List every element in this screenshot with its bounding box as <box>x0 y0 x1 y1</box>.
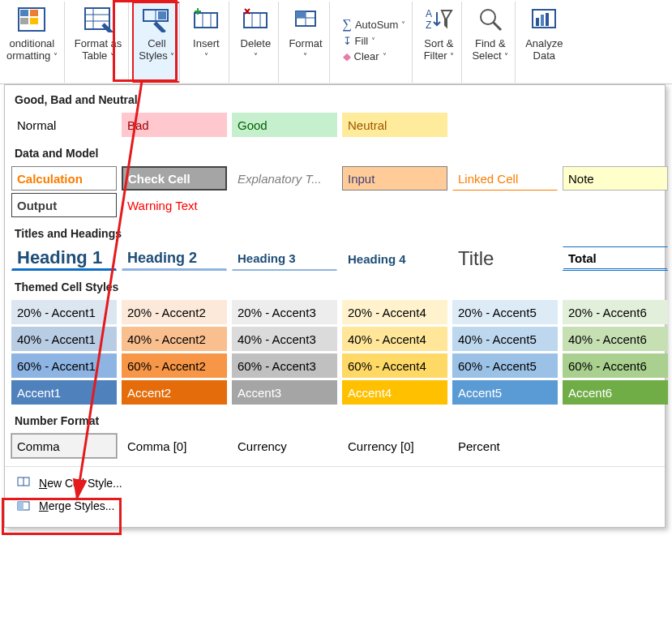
svg-rect-21 <box>296 11 306 18</box>
style-accent2[interactable]: Accent2 <box>122 380 227 405</box>
style-explanatory[interactable]: Explanatory T... <box>232 166 337 191</box>
conditional-formatting-icon <box>15 3 48 36</box>
cell-styles-gallery: Good, Bad and Neutral Normal Bad Good Ne… <box>4 84 666 528</box>
editing-group: ∑ AutoSum ˅ ↧ Fill ˅ ◆ Clear ˅ <box>333 2 413 83</box>
style-60-accent2[interactable]: 60% - Accent2 <box>122 353 227 378</box>
style-currency[interactable]: Currency <box>232 434 337 458</box>
style-accent4[interactable]: Accent4 <box>342 380 447 405</box>
style-20-accent1[interactable]: 20% - Accent1 <box>11 300 117 324</box>
conditional-formatting-button[interactable]: onditionalormatting ˅ <box>0 2 65 83</box>
style-neutral[interactable]: Neutral <box>342 113 447 137</box>
style-title[interactable]: Title <box>452 246 558 271</box>
style-20-accent6[interactable]: 20% - Accent6 <box>563 300 668 324</box>
fill-button[interactable]: ↧ Fill ˅ <box>343 35 406 47</box>
cell-styles-button[interactable]: CellStyles ˅ <box>132 2 180 83</box>
ribbon-bar: onditionalormatting ˅ Format asTable ˅ C… <box>0 0 672 84</box>
svg-rect-29 <box>546 13 549 26</box>
style-calculation[interactable]: Calculation <box>11 166 117 191</box>
section-good-bad-neutral: Good, Bad and Neutral <box>5 85 665 111</box>
autosum-button[interactable]: ∑ AutoSum ˅ <box>343 17 406 32</box>
style-20-accent4[interactable]: 20% - Accent4 <box>342 300 447 324</box>
format-icon <box>289 3 322 36</box>
svg-rect-12 <box>195 13 217 28</box>
style-bad[interactable]: Bad <box>122 113 227 137</box>
style-heading3[interactable]: Heading 3 <box>232 246 337 271</box>
svg-rect-33 <box>18 502 24 510</box>
sort-filter-icon: AZ <box>422 3 455 36</box>
style-60-accent4[interactable]: 60% - Accent4 <box>342 353 447 378</box>
new-cell-style-menuitem[interactable]: NNew Cell Style...ew Cell Style... <box>13 472 657 495</box>
style-40-accent3[interactable]: 40% - Accent3 <box>232 327 337 351</box>
insert-icon <box>190 3 222 36</box>
sort-filter-button[interactable]: AZ Sort &Filter ˅ <box>416 2 462 83</box>
find-select-label: Find &Select ˅ <box>472 37 508 62</box>
autosum-icon: ∑ <box>343 17 352 32</box>
format-label: Format˅ <box>289 37 322 62</box>
insert-button[interactable]: Insert˅ <box>183 2 229 83</box>
style-60-accent1[interactable]: 60% - Accent1 <box>11 353 117 378</box>
svg-text:A: A <box>426 8 432 19</box>
style-heading4[interactable]: Heading 4 <box>342 246 447 271</box>
style-good[interactable]: Good <box>232 113 337 137</box>
svg-rect-15 <box>244 13 267 28</box>
style-40-accent2[interactable]: 40% - Accent2 <box>122 327 227 351</box>
section-themed: Themed Cell Styles <box>5 272 665 298</box>
svg-rect-4 <box>30 18 38 24</box>
delete-button[interactable]: Delete˅ <box>233 2 279 83</box>
svg-rect-3 <box>20 18 28 24</box>
svg-rect-2 <box>30 10 38 16</box>
format-as-table-label: Format asTable ˅ <box>75 37 122 62</box>
style-40-accent6[interactable]: 40% - Accent6 <box>563 327 668 351</box>
analyze-data-icon <box>528 3 560 36</box>
style-output[interactable]: Output <box>11 193 117 217</box>
style-heading1[interactable]: Heading 1 <box>11 246 117 271</box>
style-60-accent6[interactable]: 60% - Accent6 <box>563 353 668 378</box>
style-note[interactable]: Note <box>563 166 668 191</box>
format-as-table-button[interactable]: Format asTable ˅ <box>68 2 130 83</box>
svg-rect-11 <box>158 11 166 19</box>
cell-styles-label: CellStyles ˅ <box>139 37 174 62</box>
analyze-data-button[interactable]: AnalyzeData <box>519 2 569 83</box>
clear-label: Clear <box>354 50 379 62</box>
style-check-cell[interactable]: Check Cell <box>122 166 227 191</box>
style-normal[interactable]: Normal <box>11 113 117 137</box>
separator <box>5 466 665 467</box>
analyze-data-label: AnalyzeData <box>525 37 563 62</box>
new-cell-style-icon <box>16 476 31 490</box>
style-currency0[interactable]: Currency [0] <box>342 434 447 458</box>
style-20-accent2[interactable]: 20% - Accent2 <box>122 300 227 324</box>
find-select-button[interactable]: Find &Select ˅ <box>465 2 516 83</box>
style-20-accent3[interactable]: 20% - Accent3 <box>232 300 337 324</box>
merge-styles-menuitem[interactable]: MMerge Styles...erge Styles... <box>13 495 657 517</box>
fill-label: Fill <box>355 35 369 47</box>
svg-line-25 <box>493 22 501 30</box>
style-accent6[interactable]: Accent6 <box>563 380 668 405</box>
svg-rect-28 <box>541 15 544 26</box>
style-accent1[interactable]: Accent1 <box>11 380 117 405</box>
style-heading2[interactable]: Heading 2 <box>122 246 227 271</box>
style-60-accent5[interactable]: 60% - Accent5 <box>452 353 558 378</box>
style-accent3[interactable]: Accent3 <box>232 380 337 405</box>
merge-styles-icon <box>16 499 31 513</box>
style-40-accent4[interactable]: 40% - Accent4 <box>342 327 447 351</box>
style-60-accent3[interactable]: 60% - Accent3 <box>232 353 337 378</box>
section-data-model: Data and Model <box>5 139 665 165</box>
style-accent5[interactable]: Accent5 <box>452 380 558 405</box>
clear-button[interactable]: ◆ Clear ˅ <box>343 50 406 62</box>
style-comma0[interactable]: Comma [0] <box>122 434 227 458</box>
conditional-formatting-label: onditionalormatting ˅ <box>6 37 58 62</box>
autosum-label: AutoSum <box>355 19 398 31</box>
style-20-accent5[interactable]: 20% - Accent5 <box>452 300 558 324</box>
style-warning-text[interactable]: Warning Text <box>122 193 227 217</box>
style-40-accent1[interactable]: 40% - Accent1 <box>11 327 117 351</box>
style-percent[interactable]: Percent <box>452 434 558 458</box>
format-button[interactable]: Format˅ <box>282 2 329 83</box>
style-comma[interactable]: Comma <box>11 434 117 458</box>
delete-label: Delete˅ <box>241 37 272 62</box>
style-total[interactable]: Total <box>563 246 668 271</box>
svg-rect-27 <box>536 18 539 26</box>
style-linked-cell[interactable]: Linked Cell <box>452 166 558 191</box>
style-input[interactable]: Input <box>342 166 447 191</box>
merge-styles-label: MMerge Styles...erge Styles... <box>39 499 114 512</box>
style-40-accent5[interactable]: 40% - Accent5 <box>452 327 558 351</box>
